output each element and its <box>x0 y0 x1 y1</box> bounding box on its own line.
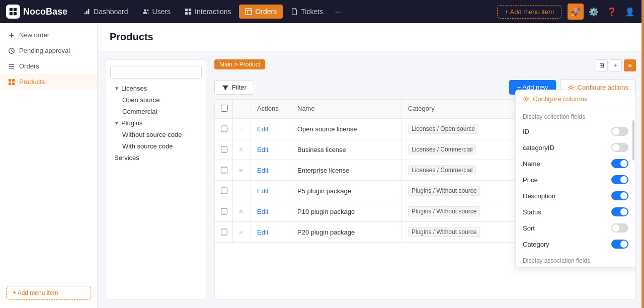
td-actions-6[interactable]: Edit <box>251 222 291 242</box>
nav-tickets[interactable]: Tickets <box>285 5 329 19</box>
nav-more[interactable]: ··· <box>331 5 345 19</box>
svg-rect-16 <box>9 82 11 85</box>
config-field-id: ID <box>516 123 635 139</box>
gear-icon-button[interactable]: ⚙️ <box>586 4 602 20</box>
panel-scrollbar[interactable] <box>632 120 634 161</box>
right-edge-bar <box>641 0 644 308</box>
sidebar-item-new-order[interactable]: New order <box>0 27 97 43</box>
config-toggle-price[interactable] <box>611 175 628 184</box>
td-drag-1: ≡ <box>233 119 251 139</box>
table-area: Main > Product ⊞ + ≡ Filter + Add <box>214 59 636 300</box>
view-icon-2[interactable]: + <box>610 59 622 71</box>
help-icon-button[interactable]: ❓ <box>604 4 620 20</box>
page-title: Products <box>110 31 632 43</box>
file-icon <box>291 8 298 15</box>
td-checkbox-6[interactable] <box>215 222 233 242</box>
config-toggle-categoryid[interactable] <box>611 143 628 152</box>
list-icon <box>8 63 15 70</box>
svg-point-18 <box>570 86 572 88</box>
td-actions-3[interactable]: Edit <box>251 160 291 180</box>
row-checkbox-2[interactable] <box>221 146 227 153</box>
tree-search-input[interactable] <box>110 66 202 79</box>
config-toggle-name[interactable] <box>611 159 628 168</box>
row-checkbox-4[interactable] <box>221 187 227 194</box>
row-checkbox-3[interactable] <box>221 167 227 174</box>
row-checkbox-6[interactable] <box>221 228 227 236</box>
td-name-3: Enterprise license <box>291 160 402 180</box>
tree-item-services[interactable]: Services <box>110 152 202 164</box>
filter-button[interactable]: Filter <box>214 80 254 95</box>
users-icon <box>142 8 149 15</box>
td-name-1: Open source license <box>291 119 402 139</box>
grid-small-icon <box>8 79 15 86</box>
tree-child-without-source[interactable]: Without source code <box>110 129 202 140</box>
sidebar-item-pending[interactable]: Pending approval <box>0 43 97 58</box>
svg-point-4 <box>144 9 146 11</box>
td-checkbox-2[interactable] <box>215 139 233 160</box>
user-icon-button[interactable]: 👤 <box>622 4 638 20</box>
td-category-1: Licenses / Open source <box>402 119 503 139</box>
td-checkbox-3[interactable] <box>215 160 233 180</box>
nav-icons: 🚀 ⚙️ ❓ 👤 <box>568 4 638 20</box>
th-category: Category <box>402 100 503 118</box>
row-checkbox-1[interactable] <box>221 125 227 132</box>
config-toggle-category[interactable] <box>611 240 628 249</box>
nav-add-menu-button[interactable]: + Add menu item <box>497 5 561 19</box>
select-all-checkbox[interactable] <box>221 105 228 112</box>
config-toggle-description[interactable] <box>611 191 628 200</box>
td-category-3: Licenses / Commercial <box>402 160 503 180</box>
tree-child-commercial[interactable]: Commercial <box>110 106 202 117</box>
svg-rect-6 <box>185 9 188 11</box>
tree-item-plugins[interactable]: ▼ Plugins <box>110 117 202 129</box>
td-category-6: Plugins / Without source <box>402 222 503 242</box>
view-icon-1[interactable]: ⊞ <box>596 59 608 71</box>
config-field-name-label: Name <box>523 160 540 168</box>
table-icon <box>245 8 252 15</box>
nav-interactions[interactable]: Interactions <box>179 5 237 19</box>
content-area: ▼ Licenses Open source Commercial ▼ Plug… <box>98 51 644 308</box>
td-checkbox-1[interactable] <box>215 119 233 139</box>
nav-orders[interactable]: Orders <box>239 5 283 19</box>
td-checkbox-5[interactable] <box>215 201 233 221</box>
svg-rect-14 <box>9 79 11 81</box>
category-tag-4: Plugins / Without source <box>408 186 480 196</box>
config-field-category-label: Category <box>523 241 549 248</box>
config-field-status: Status <box>516 204 635 220</box>
tree-item-licenses[interactable]: ▼ Licenses <box>110 83 202 94</box>
category-tag-6: Plugins / Without source <box>408 227 480 237</box>
category-tag-2: Licenses / Commercial <box>408 144 476 155</box>
td-actions-5[interactable]: Edit <box>251 201 291 221</box>
page-header: Products <box>98 23 644 51</box>
nav-dashboard[interactable]: Dashboard <box>77 5 134 19</box>
sidebar-item-new-order-label: New order <box>19 31 49 39</box>
sidebar-item-orders[interactable]: Orders <box>0 58 97 74</box>
td-drag-2: ≡ <box>233 139 251 160</box>
tree-item-services-label: Services <box>114 154 139 162</box>
svg-rect-1 <box>14 8 17 11</box>
td-checkbox-4[interactable] <box>215 181 233 201</box>
config-field-price-label: Price <box>523 176 538 184</box>
config-toggle-sort[interactable] <box>611 223 628 233</box>
td-actions-4[interactable]: Edit <box>251 181 291 201</box>
td-category-5: Plugins / Without source <box>402 201 503 221</box>
logo-icon <box>6 5 20 19</box>
plus-icon <box>8 32 15 39</box>
category-tag-1: Licenses / Open source <box>408 124 478 134</box>
tree-child-with-source[interactable]: With source code <box>110 140 202 152</box>
svg-rect-7 <box>189 9 191 11</box>
config-toggle-status[interactable] <box>611 207 628 216</box>
sidebar-item-products[interactable]: Products <box>0 74 97 90</box>
logo[interactable]: NocoBase <box>6 5 67 19</box>
th-name: Name <box>291 100 402 118</box>
tree-child-without-source-label: Without source code <box>122 131 182 138</box>
nav-tickets-label: Tickets <box>301 8 323 16</box>
row-checkbox-5[interactable] <box>221 208 227 215</box>
sidebar-add-menu-button[interactable]: + Add menu item <box>6 286 91 300</box>
tree-child-open-source[interactable]: Open source <box>110 94 202 106</box>
rocket-icon-button[interactable]: 🚀 <box>568 4 584 20</box>
nav-users[interactable]: Users <box>136 5 177 19</box>
td-actions-1[interactable]: Edit <box>251 119 291 139</box>
config-toggle-id[interactable] <box>611 127 628 136</box>
view-icon-3[interactable]: ≡ <box>624 59 636 71</box>
td-actions-2[interactable]: Edit <box>251 139 291 160</box>
